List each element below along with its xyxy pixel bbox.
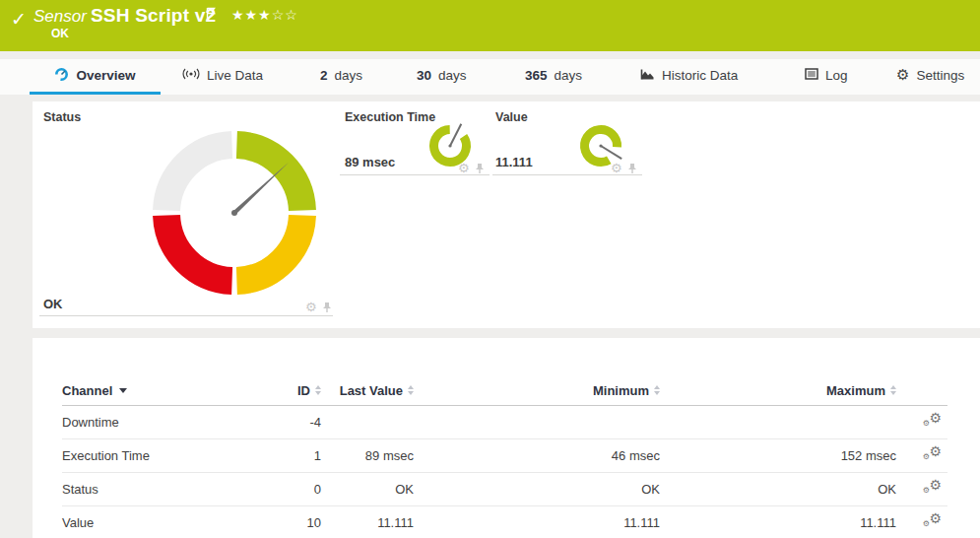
gear-icon: ⚙ bbox=[896, 68, 909, 83]
sensor-title: SSH Script v2 bbox=[91, 5, 216, 27]
pin-icon[interactable] bbox=[322, 302, 332, 313]
sensor-page: ✓ Sensor SSH Script v2 ★★★☆☆ OK Overview… bbox=[0, 0, 980, 538]
channel-name: Status bbox=[62, 482, 259, 497]
channel-name: Downtime bbox=[62, 415, 259, 430]
pin-icon[interactable] bbox=[627, 163, 637, 174]
channel-minimum: 11.111 bbox=[414, 515, 660, 530]
gear-icon[interactable]: ⚙ bbox=[458, 162, 470, 174]
channel-id: 0 bbox=[259, 482, 321, 497]
priority-stars[interactable]: ★★★☆☆ bbox=[231, 7, 298, 23]
value-gauge-title: Value bbox=[495, 110, 528, 124]
tab-bar: Overview Live Data 2 days 30 days 365 da… bbox=[0, 59, 980, 95]
channel-settings-icon[interactable]: ⚙⚙ bbox=[896, 481, 947, 499]
tab-2-days[interactable]: 2 days bbox=[320, 59, 362, 92]
channel-settings-icon[interactable]: ⚙⚙ bbox=[896, 414, 947, 432]
tab-live-data[interactable]: Live Data bbox=[182, 59, 263, 92]
column-header-maximum[interactable]: Maximum bbox=[660, 383, 896, 398]
log-list-icon bbox=[805, 68, 818, 83]
sort-desc-icon bbox=[119, 388, 127, 393]
channel-id: 10 bbox=[259, 515, 321, 530]
exec-time-gauge-title: Execution Time bbox=[345, 110, 435, 124]
table-row-value[interactable]: Value 10 11.111 11.111 11.111 ⚙⚙ bbox=[62, 506, 947, 538]
tab-overview[interactable]: Overview bbox=[30, 59, 161, 95]
channel-maximum: 11.111 bbox=[660, 515, 896, 530]
channel-last-value: 89 msec bbox=[321, 448, 414, 463]
table-row-status[interactable]: Status 0 OK OK OK ⚙⚙ bbox=[62, 473, 947, 506]
tab-settings[interactable]: ⚙ Settings bbox=[896, 59, 964, 92]
status-gauge-title: Status bbox=[43, 110, 81, 124]
column-header-channel[interactable]: Channel bbox=[62, 383, 259, 398]
exec-time-gauge-value: 89 msec bbox=[345, 155, 395, 169]
channel-id: -4 bbox=[259, 415, 321, 430]
overview-panel: Status OK ⚙ Execution Time 89 msec ⚙ bbox=[33, 101, 980, 328]
channel-minimum: OK bbox=[414, 482, 660, 497]
tab-log[interactable]: Log bbox=[805, 59, 848, 92]
channel-settings-icon[interactable]: ⚙⚙ bbox=[896, 514, 947, 532]
channel-table-header: Channel ID Last Value Minimum Maximum bbox=[62, 375, 947, 406]
table-row-execution-time[interactable]: Execution Time 1 89 msec 46 msec 152 mse… bbox=[62, 439, 947, 473]
channel-last-value: 11.111 bbox=[321, 515, 414, 530]
tab-historic-data[interactable]: Historic Data bbox=[640, 59, 738, 92]
channel-name: Value bbox=[62, 515, 259, 530]
channel-maximum: 152 msec bbox=[660, 448, 896, 463]
gear-icon[interactable]: ⚙ bbox=[611, 162, 622, 174]
value-gauge-value: 11.111 bbox=[495, 155, 533, 169]
sensor-status-badge: OK bbox=[51, 27, 69, 40]
channel-id: 1 bbox=[259, 448, 321, 463]
flag-icon[interactable] bbox=[206, 6, 217, 24]
channel-table: Channel ID Last Value Minimum Maximum bbox=[62, 375, 947, 538]
channel-last-value: OK bbox=[321, 482, 414, 497]
status-gauge-value: OK bbox=[43, 297, 63, 311]
sort-icon bbox=[890, 385, 896, 395]
pin-icon[interactable] bbox=[475, 163, 485, 174]
tab-365-days[interactable]: 365 days bbox=[525, 59, 582, 92]
status-gauge bbox=[153, 131, 316, 295]
channel-minimum: 46 msec bbox=[414, 448, 660, 463]
tab-30-days[interactable]: 30 days bbox=[417, 59, 467, 92]
column-header-id[interactable]: ID bbox=[259, 383, 321, 398]
column-header-last-value[interactable]: Last Value bbox=[321, 383, 414, 398]
gauge-needle bbox=[601, 146, 621, 159]
ok-check-icon: ✓ bbox=[11, 8, 27, 30]
channel-settings-icon[interactable]: ⚙⚙ bbox=[896, 447, 947, 465]
gauge-needle bbox=[233, 162, 290, 214]
channel-name: Execution Time bbox=[62, 448, 259, 463]
object-kind-label: Sensor bbox=[33, 7, 87, 27]
gauge-needle bbox=[450, 124, 461, 146]
area-chart-icon bbox=[640, 68, 655, 84]
gear-icon[interactable]: ⚙ bbox=[305, 301, 317, 313]
gauge-icon bbox=[54, 67, 69, 85]
channel-maximum: OK bbox=[660, 482, 896, 497]
live-signal-icon bbox=[182, 68, 200, 83]
table-row-downtime[interactable]: Downtime -4 ⚙⚙ bbox=[62, 406, 947, 439]
column-header-minimum[interactable]: Minimum bbox=[414, 383, 660, 398]
sensor-header: ✓ Sensor SSH Script v2 ★★★☆☆ OK bbox=[0, 0, 980, 51]
channels-panel: Channel ID Last Value Minimum Maximum bbox=[33, 338, 980, 538]
